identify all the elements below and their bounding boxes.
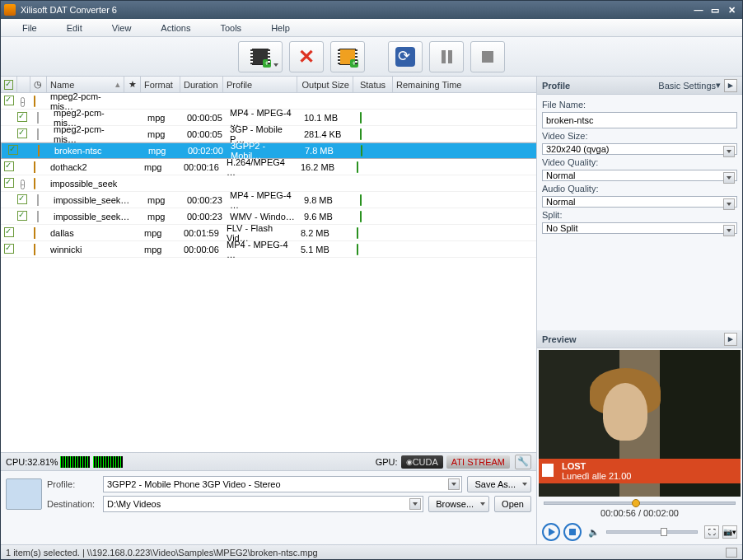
stop-preview-button[interactable] (563, 523, 582, 541)
row-duration: 00:00:23 (184, 210, 227, 223)
row-name: dallas (47, 226, 124, 240)
pause-button[interactable] (429, 41, 464, 72)
minimize-button[interactable]: — (691, 3, 706, 16)
cpu-graph-icon (60, 456, 90, 468)
row-checkbox[interactable] (4, 161, 14, 171)
row-output: 9.6 MB (301, 210, 357, 223)
row-checkbox[interactable] (17, 194, 27, 204)
videoquality-select[interactable]: Normal (542, 170, 737, 181)
col-star[interactable]: ★ (124, 77, 141, 92)
tree-toggle[interactable]: - (21, 97, 25, 107)
row-duration: 00:00:06 (180, 243, 223, 256)
row-duration: 00:01:59 (180, 226, 223, 240)
row-checkbox[interactable] (4, 227, 14, 237)
row-name: impossible_seek (47, 177, 124, 190)
col-format[interactable]: Format (141, 77, 180, 92)
row-format: mpg (141, 243, 180, 256)
select-all-checkbox[interactable] (4, 80, 13, 90)
snapshot-button[interactable]: 📷▾ (722, 525, 737, 539)
col-duration[interactable]: Duration (180, 77, 223, 92)
file-icon (38, 145, 40, 156)
save-as-button[interactable]: Save As... (467, 476, 531, 492)
menu-actions[interactable]: Actions (146, 23, 205, 33)
row-checkbox[interactable] (4, 178, 14, 188)
panel-next-button[interactable]: ▸ (724, 79, 737, 92)
tree-toggle[interactable]: - (21, 180, 25, 189)
file-icon (34, 161, 35, 173)
row-checkbox[interactable] (17, 211, 27, 221)
col-profile[interactable]: Profile (223, 77, 297, 92)
row-output (297, 100, 353, 103)
status-dot-icon (357, 161, 358, 173)
file-icon (37, 194, 39, 206)
menu-file[interactable]: File (7, 23, 52, 33)
app-title: Xilisoft DAT Converter 6 (21, 5, 117, 15)
pause-icon (442, 50, 452, 63)
filename-label: File Name: (542, 100, 737, 110)
row-checkbox[interactable] (17, 112, 27, 122)
row-checkbox[interactable] (4, 244, 14, 254)
maximize-button[interactable]: ▭ (708, 3, 722, 16)
basic-settings-link[interactable]: Basic Settings ▾ (658, 80, 721, 91)
row-output: 281.4 KB (301, 128, 357, 141)
row-profile (223, 100, 297, 103)
menu-view[interactable]: View (97, 23, 147, 33)
status-bar: 1 item(s) selected. | \\192.168.0.223\Vi… (1, 544, 742, 559)
split-select[interactable]: No Split (542, 222, 737, 234)
menu-tools[interactable]: Tools (205, 23, 256, 33)
cuda-badge: ◉ CUDA (401, 455, 443, 469)
col-name[interactable]: Name▴ (47, 77, 124, 92)
preview-expand-button[interactable]: ▸ (724, 333, 737, 346)
row-checkbox[interactable] (4, 96, 14, 105)
videosize-select[interactable]: 320x240 (qvga) (542, 143, 737, 155)
profile-select[interactable]: 3GPP2 - Mobile Phone 3GP Video - Stereo (103, 476, 462, 492)
file-icon (34, 244, 35, 255)
row-checkbox[interactable] (17, 128, 27, 138)
file-icon (37, 211, 39, 222)
videoquality-label: Video Quality: (542, 157, 737, 167)
seek-slider[interactable] (544, 502, 736, 505)
convert-button[interactable] (388, 41, 423, 72)
play-button[interactable] (542, 523, 560, 541)
preview-video[interactable]: LOSTLunedì alle 21.00 (539, 350, 741, 497)
time-display: 00:00:56 / 00:02:00 (544, 508, 736, 518)
audioquality-select[interactable]: Normal (542, 196, 737, 208)
add-profile-button[interactable]: + (330, 41, 365, 72)
cpu-label: CPU:32.81% (6, 457, 58, 467)
open-button[interactable]: Open (494, 496, 531, 512)
browse-button[interactable]: Browse... (428, 496, 489, 512)
row-duration: 00:00:05 (184, 111, 227, 124)
stop-button[interactable] (470, 41, 505, 72)
row-duration: 00:00:23 (184, 194, 227, 207)
volume-slider[interactable] (606, 530, 698, 534)
speaker-icon[interactable]: 🔈 (588, 527, 600, 538)
add-file-button[interactable]: + (238, 41, 283, 72)
menu-help[interactable]: Help (256, 23, 305, 33)
close-button[interactable]: ✕ (724, 3, 739, 16)
settings-button[interactable]: 🔧 (515, 455, 531, 469)
row-output: 5.1 MB (297, 243, 353, 256)
preview-header: Preview ▸ (537, 330, 742, 348)
col-output[interactable]: Output Size (297, 77, 353, 92)
menu-edit[interactable]: Edit (52, 23, 97, 33)
row-output: 16.2 MB (297, 161, 353, 174)
status-dot-icon (357, 244, 358, 255)
notes-icon[interactable] (726, 548, 737, 558)
row-format: mpg (144, 210, 184, 223)
row-name: impossible_seek… (50, 210, 128, 223)
col-status[interactable]: Status (353, 77, 393, 92)
destination-select[interactable]: D:\My Videos (103, 496, 423, 512)
audioquality-label: Audio Quality: (542, 184, 737, 194)
filename-input[interactable]: broken-ntsc (542, 112, 737, 128)
convert-icon (395, 47, 415, 67)
status-dot-icon (360, 211, 362, 222)
remove-button[interactable]: ✕ (289, 41, 324, 72)
app-logo-icon (4, 4, 16, 16)
fullscreen-button[interactable]: ⛶ (704, 525, 719, 539)
row-checkbox[interactable] (8, 145, 18, 155)
file-icon (34, 96, 35, 107)
stop-icon (482, 51, 493, 63)
row-format (141, 182, 180, 185)
status-dot-icon (357, 227, 358, 239)
row-output: 7.8 MB (301, 144, 357, 157)
